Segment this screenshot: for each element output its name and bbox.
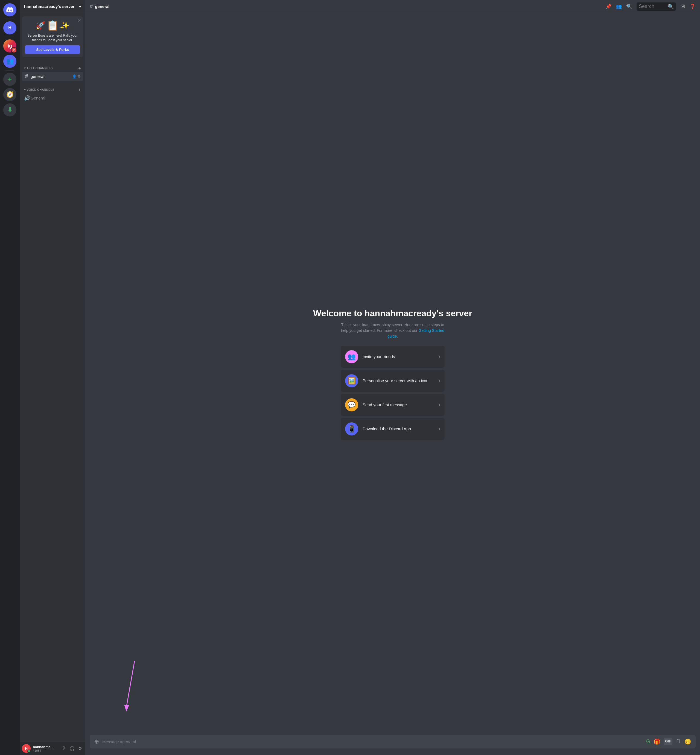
- collapse-arrow-voice: ▾: [24, 88, 27, 91]
- welcome-title: Welcome to hannahmacready's server: [313, 308, 472, 318]
- collapse-arrow: ▾: [24, 66, 27, 70]
- download-apps-button[interactable]: ⬇: [3, 103, 16, 117]
- online-status-dot: [27, 750, 31, 753]
- channel-sidebar: hannahmacready's server ▾ ✕ 🚀 📋 ✨ Server…: [20, 0, 85, 755]
- action-first-message[interactable]: 💬 Send your first message ›: [341, 394, 445, 416]
- add-text-channel-button[interactable]: +: [78, 66, 81, 71]
- action-download-label: Download the Discord App: [362, 426, 434, 431]
- action-personalise[interactable]: 🖼️ Personalise your server with an icon …: [341, 370, 445, 392]
- avatar-letter: H: [25, 746, 28, 750]
- voice-channel-name: General: [31, 96, 45, 100]
- server-icon-hs[interactable]: H: [3, 21, 16, 34]
- channel-item-general[interactable]: # general 👤 ⚙: [22, 72, 83, 81]
- add-attachment-button[interactable]: ⊕: [94, 735, 99, 749]
- user-info: hannahma... #1084: [33, 745, 58, 752]
- chevron-right-personalise: ›: [439, 378, 440, 384]
- invite-member-icon[interactable]: 👤: [72, 74, 77, 78]
- action-download-app[interactable]: 📱 Download the Discord App ›: [341, 418, 445, 440]
- username: hannahma...: [33, 745, 58, 749]
- main-content: # general 📌 👥 🔍 Search 🔍 🖥 ❓ Welcome to …: [85, 0, 700, 755]
- message-input-box: ⊕ G 🎁 GIF 🗒 😊: [90, 735, 695, 749]
- close-banner-button[interactable]: ✕: [77, 18, 81, 23]
- chevron-right-download: ›: [439, 426, 440, 432]
- text-channels-section: ▾ TEXT CHANNELS + # general 👤 ⚙: [20, 61, 85, 82]
- server-title: hannahmacready's server: [24, 4, 75, 9]
- hash-icon: #: [24, 73, 29, 79]
- members-icon[interactable]: 👥: [616, 3, 622, 9]
- action-invite-friends[interactable]: 👥 Invite your friends ›: [341, 346, 445, 368]
- download-icon: ⬇: [7, 106, 12, 114]
- boost-banner-text: Server Boosts are here! Rally your frien…: [25, 33, 80, 43]
- message-input-field[interactable]: [102, 736, 643, 747]
- action-personalise-label: Personalise your server with an icon: [362, 378, 434, 383]
- chat-area: Welcome to hannahmacready's server This …: [85, 13, 700, 735]
- message-input-area: ⊕ G 🎁 GIF 🗒 😊: [85, 735, 700, 755]
- grammarly-icon: G: [646, 738, 650, 745]
- chevron-down-icon: ▾: [79, 5, 81, 9]
- text-channels-header[interactable]: ▾ TEXT CHANNELS +: [22, 65, 83, 72]
- voice-channels-header[interactable]: ▾ VOICE CHANNELS +: [22, 86, 83, 94]
- help-icon[interactable]: ❓: [690, 3, 695, 9]
- top-bar: # general 📌 👥 🔍 Search 🔍 🖥 ❓: [85, 0, 700, 13]
- action-first-message-label: Send your first message: [362, 402, 434, 407]
- current-channel-name: general: [95, 4, 109, 9]
- search-bar-icon: 🔍: [668, 3, 674, 9]
- boost-banner-graphic: 🚀 📋 ✨: [25, 20, 80, 31]
- server-icon-instagram[interactable]: ig: [3, 39, 16, 53]
- server-divider: [5, 19, 14, 19]
- channel-item-general-voice[interactable]: 🔊 General: [22, 94, 83, 103]
- download-app-icon: 📱: [345, 422, 358, 435]
- chevron-right-invite: ›: [439, 354, 440, 359]
- action-list: 👥 Invite your friends › 🖼️ Personalise y…: [341, 346, 445, 440]
- gif-button[interactable]: GIF: [664, 738, 672, 745]
- compass-icon: 🧭: [6, 91, 14, 98]
- action-invite-label: Invite your friends: [362, 354, 434, 359]
- discord-home-icon[interactable]: [3, 3, 16, 16]
- headphones-icon[interactable]: 🎧: [68, 745, 76, 752]
- inbox-icon[interactable]: 🖥: [680, 3, 685, 9]
- discover-servers-button[interactable]: 🧭: [3, 88, 16, 101]
- chevron-right-message: ›: [439, 402, 440, 407]
- user-avatar[interactable]: H: [22, 744, 31, 753]
- emoji-button[interactable]: 😊: [684, 738, 691, 745]
- welcome-subtitle: This is your brand-new, shiny server. He…: [338, 322, 447, 339]
- pin-icon[interactable]: 📌: [605, 3, 611, 9]
- server-name-header[interactable]: hannahmacready's server ▾: [20, 0, 85, 13]
- user-discriminator: #1084: [33, 749, 58, 752]
- voice-channels-section: ▾ VOICE CHANNELS + 🔊 General: [20, 82, 85, 104]
- sticker-icon[interactable]: 🗒: [676, 738, 681, 745]
- top-bar-actions: 📌 👥 🔍 Search 🔍 🖥 ❓: [605, 2, 695, 11]
- server-icon-group[interactable]: 👥: [3, 55, 16, 68]
- gift-icon[interactable]: 🎁: [653, 738, 660, 745]
- boost-banner: ✕ 🚀 📋 ✨ Server Boosts are here! Rally yo…: [22, 16, 83, 57]
- server-divider-2: [5, 37, 14, 37]
- server-sidebar: H ig 👥 + 🧭 ⬇: [0, 0, 20, 755]
- message-input-actions: G 🎁 GIF 🗒 😊: [646, 738, 691, 745]
- voice-channels-label: VOICE CHANNELS: [27, 88, 55, 91]
- channel-name-header: # general: [90, 3, 109, 9]
- channel-actions: 👤 ⚙: [72, 74, 81, 78]
- plus-icon: +: [8, 75, 12, 83]
- first-message-icon: 💬: [345, 398, 358, 412]
- see-levels-perks-button[interactable]: See Levels & Perks: [25, 45, 80, 54]
- add-voice-channel-button[interactable]: +: [78, 87, 81, 92]
- user-actions: 🎙 🎧 ⚙: [61, 745, 83, 752]
- personalise-icon: 🖼️: [345, 374, 358, 387]
- microphone-icon[interactable]: 🎙: [61, 745, 67, 752]
- search-bar[interactable]: Search 🔍: [637, 2, 676, 11]
- search-bar-text: Search: [639, 3, 654, 9]
- channel-hash-icon: #: [90, 3, 93, 9]
- search-icon[interactable]: 🔍: [626, 3, 632, 9]
- settings-icon[interactable]: ⚙: [78, 74, 81, 78]
- server-divider-3: [5, 70, 14, 70]
- user-bar: H hannahma... #1084 🎙 🎧 ⚙: [20, 742, 85, 755]
- add-server-button[interactable]: +: [3, 73, 16, 86]
- settings-icon-user[interactable]: ⚙: [77, 745, 83, 752]
- speaker-icon: 🔊: [24, 95, 29, 101]
- welcome-section: Welcome to hannahmacready's server This …: [85, 13, 700, 735]
- text-channels-label: TEXT CHANNELS: [27, 66, 53, 70]
- channel-name-general: general: [31, 74, 44, 79]
- invite-friends-icon: 👥: [345, 350, 358, 363]
